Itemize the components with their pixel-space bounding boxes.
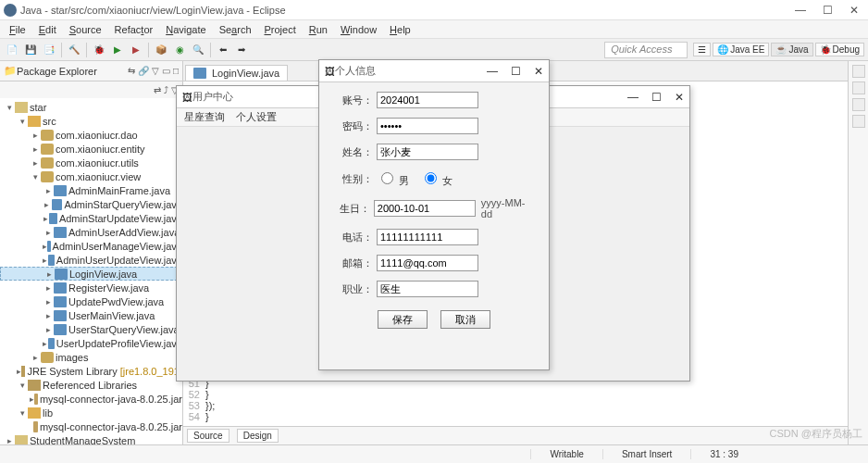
maximize-icon[interactable]: ☐ bbox=[651, 91, 662, 104]
radio-male[interactable]: 男 bbox=[377, 169, 409, 188]
close-icon[interactable]: ✕ bbox=[675, 91, 684, 104]
tree-jar[interactable]: mysql-connector-java-8.0.25.jar bbox=[40, 421, 182, 432]
tree-file-selected[interactable]: LoginView.java bbox=[69, 269, 137, 280]
menu-run[interactable]: Run bbox=[304, 22, 333, 37]
app-icon bbox=[4, 4, 17, 17]
menubar: File Edit Source Refactor Navigate Searc… bbox=[0, 20, 868, 39]
new-icon[interactable]: 📄 bbox=[4, 42, 20, 58]
minimize-view-icon[interactable]: ▭ bbox=[162, 66, 170, 76]
birth-field[interactable] bbox=[374, 200, 476, 217]
design-tab[interactable]: Design bbox=[237, 429, 279, 443]
menu-edit[interactable]: Edit bbox=[33, 22, 62, 37]
close-icon[interactable]: ✕ bbox=[849, 4, 859, 17]
back-icon[interactable]: ⬅ bbox=[215, 42, 231, 58]
tree-file[interactable]: UserStarQueryView.java bbox=[68, 324, 180, 335]
password-field[interactable] bbox=[377, 118, 478, 134]
maximize-icon[interactable]: ☐ bbox=[823, 4, 833, 17]
tree-file[interactable]: UserMainView.java bbox=[68, 310, 155, 321]
save-icon[interactable]: 💾 bbox=[22, 42, 39, 58]
tree-project[interactable]: star bbox=[30, 102, 46, 113]
outline-icon[interactable] bbox=[852, 65, 865, 78]
perspective-java[interactable]: ☕ Java bbox=[771, 43, 812, 56]
new-package-icon[interactable]: 📦 bbox=[153, 42, 169, 58]
radio-female[interactable]: 女 bbox=[420, 169, 453, 188]
open-perspective-button[interactable]: ☰ bbox=[693, 43, 711, 56]
maximize-view-icon[interactable]: □ bbox=[173, 66, 179, 76]
phone-field[interactable] bbox=[377, 229, 478, 245]
close-icon[interactable]: ✕ bbox=[534, 65, 543, 78]
tree-file[interactable]: AdminUserManageView.java bbox=[53, 241, 182, 252]
tree-file[interactable]: AdminMainFrame.java bbox=[68, 185, 170, 196]
project-tree[interactable]: ▾star ▾src ▸com.xiaoniucr.dao ▸com.xiaon… bbox=[0, 98, 182, 444]
tree-file[interactable]: UserUpdateProfileView.java bbox=[56, 338, 182, 349]
save-all-icon[interactable]: 📑 bbox=[41, 42, 57, 58]
menu-help[interactable]: Help bbox=[384, 22, 416, 37]
job-field[interactable] bbox=[377, 281, 478, 297]
menu-personal[interactable]: 个人设置 bbox=[236, 110, 277, 124]
tree-pkg[interactable]: com.xiaoniucr.dao bbox=[56, 130, 138, 141]
perspective-debug[interactable]: 🐞 Debug bbox=[815, 43, 864, 56]
view-menu-icon[interactable]: ▽ bbox=[152, 66, 159, 76]
menu-window[interactable]: Window bbox=[335, 22, 382, 37]
tree-jre[interactable]: JRE System Library [jre1.8.0_191] bbox=[27, 366, 182, 377]
perspective-java-ee[interactable]: 🌐 Java EE bbox=[713, 43, 769, 56]
minimize-icon[interactable]: — bbox=[627, 91, 639, 104]
tree-pkg[interactable]: com.xiaoniucr.utils bbox=[56, 157, 139, 169]
problems-icon[interactable] bbox=[852, 98, 865, 111]
tree-src[interactable]: src bbox=[43, 116, 56, 127]
tree-file[interactable]: UpdatePwdView.java bbox=[68, 296, 164, 307]
collapse-all-icon[interactable]: ⇆ bbox=[128, 66, 135, 76]
menu-xingzuo[interactable]: 星座查询 bbox=[184, 110, 225, 124]
quick-access-input[interactable]: Quick Access bbox=[604, 42, 688, 58]
new-class-icon[interactable]: ◉ bbox=[171, 42, 188, 58]
label-phone: 电话： bbox=[336, 231, 373, 244]
menu-navigate[interactable]: Navigate bbox=[160, 22, 211, 37]
tree-pkg[interactable]: com.xiaoniucr.view bbox=[56, 171, 141, 182]
forward-icon[interactable]: ➡ bbox=[233, 42, 250, 58]
menu-file[interactable]: File bbox=[4, 22, 31, 37]
filter-icon[interactable]: ⇄ bbox=[154, 85, 161, 95]
tree-images[interactable]: images bbox=[56, 352, 88, 363]
maximize-icon[interactable]: ☐ bbox=[511, 65, 521, 78]
save-button[interactable]: 保存 bbox=[378, 310, 428, 329]
tree-file[interactable]: AdminUserUpdateView.java bbox=[56, 255, 182, 266]
sort-icon[interactable]: ⤴ bbox=[164, 85, 168, 95]
build-icon[interactable]: 🔨 bbox=[66, 42, 82, 58]
run-icon[interactable]: ▶ bbox=[109, 42, 126, 58]
menu-search[interactable]: Search bbox=[214, 22, 257, 37]
link-editor-icon[interactable]: 🔗 bbox=[138, 66, 149, 76]
source-tab[interactable]: Source bbox=[187, 429, 229, 443]
tree-lib[interactable]: lib bbox=[43, 407, 53, 419]
ext-tools-icon[interactable]: ▶ bbox=[128, 42, 144, 58]
status-insert: Smart Insert bbox=[602, 449, 690, 459]
snippets-icon[interactable] bbox=[852, 115, 865, 128]
tree-project[interactable]: StudentManageSystem bbox=[30, 435, 135, 445]
menu-refactor[interactable]: Refactor bbox=[109, 22, 159, 37]
task-list-icon[interactable] bbox=[852, 81, 865, 94]
open-type-icon[interactable]: 🔍 bbox=[190, 42, 206, 58]
label-birth: 生日： bbox=[336, 202, 370, 216]
personal-info-dialog: 🖼 个人信息 — ☐ ✕ 账号： 密码： 姓名： 性别： 男 女 生日：yyyy… bbox=[318, 59, 550, 370]
menu-project[interactable]: Project bbox=[259, 22, 302, 37]
tree-pkg[interactable]: com.xiaoniucr.entity bbox=[56, 144, 145, 155]
tree-file[interactable]: AdminUserAddView.java bbox=[68, 227, 180, 238]
tree-jar[interactable]: mysql-connector-java-8.0.25.jar bbox=[40, 394, 182, 405]
menu-source[interactable]: Source bbox=[64, 22, 107, 37]
personal-info-title: 个人信息 bbox=[335, 64, 487, 78]
account-field[interactable] bbox=[377, 92, 478, 108]
tree-file[interactable]: AdminStarUpdateView.java bbox=[59, 213, 182, 224]
minimize-icon[interactable]: — bbox=[487, 65, 498, 78]
status-writable: Writable bbox=[530, 449, 602, 459]
debug-icon[interactable]: 🐞 bbox=[91, 42, 107, 58]
tree-file[interactable]: RegisterView.java bbox=[68, 282, 149, 294]
email-field[interactable] bbox=[377, 255, 478, 271]
tree-reflib[interactable]: Referenced Libraries bbox=[43, 380, 137, 391]
watermark: CSDN @程序员杨工 bbox=[770, 427, 862, 441]
label-job: 职业： bbox=[336, 282, 373, 296]
tree-file[interactable]: AdminStarQueryView.java bbox=[64, 199, 182, 210]
editor-tab[interactable]: LoginView.java bbox=[185, 65, 288, 81]
cancel-button[interactable]: 取消 bbox=[440, 310, 490, 329]
label-name: 姓名： bbox=[336, 145, 373, 159]
name-field[interactable] bbox=[377, 144, 478, 160]
minimize-icon[interactable]: — bbox=[795, 4, 806, 17]
